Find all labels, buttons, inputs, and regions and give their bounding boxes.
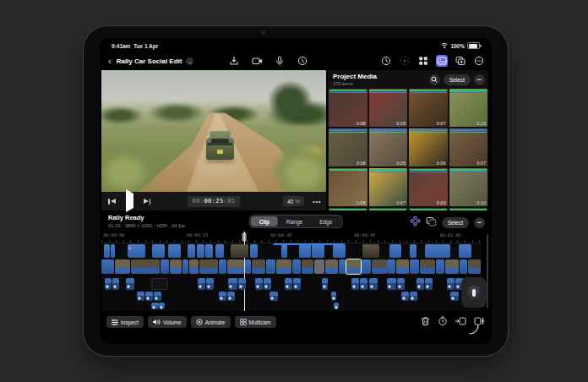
play-button[interactable] <box>124 194 135 209</box>
media-more-icon[interactable]: ••• <box>474 74 485 85</box>
timeline-clip[interactable] <box>325 259 338 274</box>
media-thumbnail[interactable]: 0:07 <box>369 168 408 206</box>
media-thumbnail[interactable] <box>409 208 448 210</box>
timeline-clip[interactable] <box>312 244 324 258</box>
timeline-clip[interactable] <box>266 259 275 274</box>
animate-button[interactable]: Animate <box>191 316 231 328</box>
timeline-clip[interactable] <box>161 259 169 274</box>
timeline-clip[interactable] <box>346 259 361 274</box>
timeline-clip[interactable] <box>351 278 359 290</box>
timeline-clip[interactable] <box>250 244 259 258</box>
timeline-clip[interactable] <box>205 244 213 258</box>
connect-before-icon[interactable] <box>455 314 466 330</box>
media-thumbnail[interactable]: 0:05 <box>369 128 408 166</box>
timeline-clip[interactable] <box>168 244 181 258</box>
timeline-clip[interactable] <box>447 278 455 290</box>
timeline-clip[interactable] <box>219 292 226 301</box>
timeline-clip[interactable] <box>131 259 160 274</box>
timeline-clip[interactable] <box>255 278 263 290</box>
timeline-more-icon[interactable]: ••• <box>474 217 485 228</box>
timeline-clip[interactable] <box>101 259 114 274</box>
more-icon[interactable] <box>473 55 485 67</box>
timeline-clip[interactable] <box>302 259 313 274</box>
timeline-clip[interactable] <box>238 278 246 290</box>
media-thumbnail[interactable] <box>449 208 488 210</box>
timeline-clip[interactable] <box>410 244 416 258</box>
viewer-zoom-control[interactable]: 40% <box>283 196 304 206</box>
timeline-clip[interactable] <box>339 259 346 274</box>
timeline-clip[interactable] <box>227 259 244 274</box>
inspect-button[interactable]: Inspect <box>106 316 144 328</box>
timeline-clip[interactable] <box>397 278 405 290</box>
timeline-clip[interactable] <box>170 259 182 274</box>
media-thumbnail[interactable]: 0:10 <box>449 168 488 206</box>
timeline-clip[interactable] <box>264 278 271 290</box>
timeline-clip[interactable] <box>410 292 417 301</box>
timeline-clip[interactable] <box>372 259 387 274</box>
search-icon[interactable] <box>429 74 440 85</box>
media-thumbnail[interactable]: 0:29 <box>369 89 408 127</box>
timeline-clip[interactable] <box>126 278 134 290</box>
timeline-clip[interactable] <box>189 259 199 274</box>
skip-back-icon[interactable] <box>108 199 116 205</box>
timeline-clip[interactable] <box>360 278 368 290</box>
timeline-clip[interactable] <box>299 244 311 258</box>
volume-button[interactable]: Volume <box>148 316 187 328</box>
timeline-ruler[interactable]: 00:00:0000:00:1500:00:3000:00:4500:01:00 <box>101 232 482 243</box>
timeline-clip[interactable] <box>112 278 119 290</box>
timeline-clip[interactable] <box>369 278 378 290</box>
timeline-clip[interactable] <box>159 303 164 309</box>
skip-forward-icon[interactable] <box>144 199 151 205</box>
multicam-button[interactable]: Multicam <box>235 316 276 328</box>
timeline-clip[interactable] <box>245 259 251 274</box>
timeline-clip[interactable] <box>154 292 161 301</box>
jog-wheel-dial[interactable] <box>466 285 482 300</box>
timeline-clip[interactable] <box>333 244 346 258</box>
title-chevron-down-icon[interactable]: ⌄ <box>186 57 193 65</box>
timeline-clip[interactable] <box>219 259 227 274</box>
timeline-clip[interactable] <box>111 244 115 258</box>
timeline-clip[interactable] <box>450 292 459 301</box>
timeline-clip[interactable] <box>362 259 371 274</box>
trash-icon[interactable] <box>421 314 430 330</box>
timeline-clip[interactable] <box>396 259 409 274</box>
video-preview[interactable] <box>101 70 326 192</box>
timeline-clip[interactable] <box>468 259 481 274</box>
timeline-clip[interactable] <box>416 278 424 290</box>
render-status-icon[interactable] <box>399 55 411 67</box>
timeline-clip[interactable] <box>115 259 130 274</box>
timeline-clip[interactable] <box>285 278 292 290</box>
media-thumbnail[interactable]: 0:03 <box>409 168 448 206</box>
timeline-clip[interactable] <box>293 278 301 290</box>
timeline-clip[interactable] <box>445 259 459 274</box>
media-thumbnail[interactable]: 0:07 <box>409 89 448 127</box>
media-thumbnail[interactable]: 0:23 <box>449 89 488 127</box>
timeline-clip[interactable] <box>145 292 153 301</box>
timeline-clip[interactable] <box>197 244 204 258</box>
timeline-clip[interactable] <box>334 303 338 309</box>
record-icon[interactable] <box>297 55 308 67</box>
timeline-clip[interactable] <box>151 278 168 290</box>
timeline-clip[interactable] <box>459 244 471 258</box>
timeline-clip[interactable] <box>228 278 237 290</box>
back-icon[interactable]: ‹ <box>108 57 112 65</box>
media-thumbnail[interactable] <box>369 208 408 210</box>
timeline-clip[interactable] <box>252 259 265 274</box>
media-browser-icon[interactable] <box>436 55 448 67</box>
timeline-clip[interactable] <box>151 303 159 309</box>
timeline-clip[interactable] <box>425 278 433 290</box>
retime-icon[interactable] <box>438 314 448 330</box>
timeline-clip[interactable] <box>206 278 214 290</box>
mic-icon[interactable] <box>274 55 286 67</box>
duplicate-icon[interactable] <box>426 215 437 230</box>
timeline-clip[interactable] <box>182 259 188 274</box>
camera-icon[interactable] <box>251 55 263 67</box>
timeline-clip[interactable] <box>152 244 164 258</box>
media-thumbnail[interactable]: 0:08 <box>329 89 368 127</box>
timeline-clip[interactable] <box>460 259 467 274</box>
media-thumbnail[interactable]: 0:08 <box>329 168 368 206</box>
timeline-clip[interactable] <box>410 259 419 274</box>
timeline-clip[interactable] <box>387 259 395 274</box>
timeline-clip[interactable] <box>276 259 291 274</box>
timeline-clip[interactable] <box>314 259 324 274</box>
